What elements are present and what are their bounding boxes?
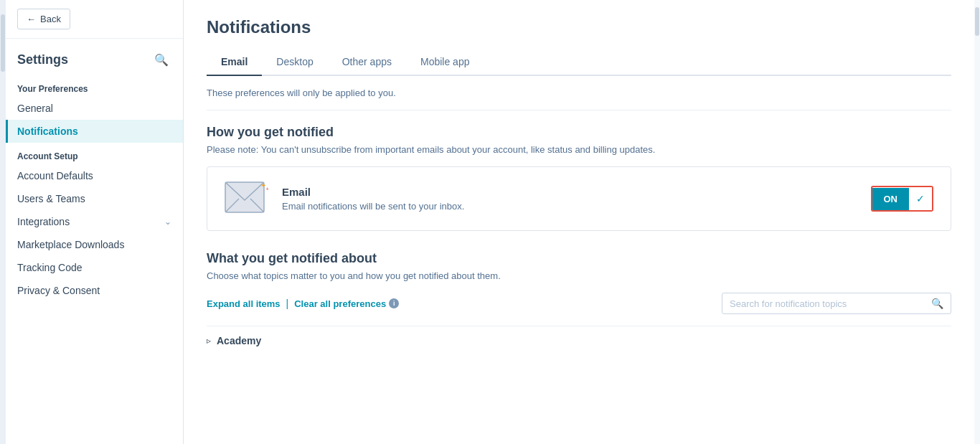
info-icon[interactable]: i [389,298,399,308]
left-scrollbar-thumb[interactable] [1,14,5,72]
sidebar-search-icon: 🔍 [154,54,169,66]
topic-item-academy[interactable]: ▹ Academy [207,326,951,355]
toggle-on-button[interactable]: ON [872,188,910,210]
sidebar-item-integrations[interactable]: Integrations ⌄ [6,210,183,233]
tab-other-apps[interactable]: Other apps [328,49,406,76]
how-notified-title: How you get notified [207,125,951,140]
what-notified-desc: Choose what topics matter to you and how… [207,270,951,281]
email-card-desc: Email notifications will be sent to your… [282,201,857,212]
sidebar-back-section: ← Back [6,0,183,39]
sidebar-item-privacy[interactable]: Privacy & Consent [6,279,183,302]
email-info: Email Email notifications will be sent t… [282,186,857,212]
sidebar-item-tracking-code[interactable]: Tracking Code [6,256,183,279]
sidebar-header: Settings 🔍 [6,39,183,75]
topic-academy-label: Academy [217,335,261,346]
sidebar: ← Back Settings 🔍 Your Preferences Gener… [6,0,184,444]
main-content: Notifications Email Desktop Other apps M… [184,0,974,444]
left-scrollbar[interactable] [0,0,6,444]
tab-desktop[interactable]: Desktop [262,49,327,76]
sidebar-item-users-teams[interactable]: Users & Teams [6,187,183,210]
notification-search-input[interactable] [730,298,925,309]
sidebar-item-general[interactable]: General [6,97,183,120]
clear-label: Clear all preferences [294,298,386,309]
envelope-container: ✦ + [225,181,268,216]
sidebar-section-your-preferences: Your Preferences [6,75,183,97]
search-icon: 🔍 [931,298,943,309]
divider-pipe: | [286,298,289,309]
notified-controls: Expand all items | Clear all preferences… [207,293,951,314]
clear-preferences-link[interactable]: Clear all preferences i [294,298,399,309]
sidebar-title: Settings [17,52,68,67]
content-area: Notifications Email Desktop Other apps M… [184,0,974,444]
toggle-container[interactable]: ON ✓ [871,186,934,212]
back-arrow-icon: ← [27,14,36,24]
sidebar-item-account-defaults-label: Account Defaults [17,170,93,181]
right-scrollbar[interactable] [974,0,980,444]
sidebar-search-button[interactable]: 🔍 [151,50,171,70]
how-notified-desc: Please note: You can't unsubscribe from … [207,144,951,155]
sidebar-item-notifications-label: Notifications [17,126,78,137]
sidebar-item-general-label: General [17,103,53,114]
search-bar: 🔍 [722,293,951,314]
expand-all-link[interactable]: Expand all items [207,298,281,309]
sidebar-item-users-teams-label: Users & Teams [17,193,85,204]
sidebar-item-marketplace-label: Marketplace Downloads [17,239,124,250]
email-card-title: Email [282,186,857,198]
sparkle-icon-2: + [265,186,269,192]
right-scrollbar-thumb[interactable] [975,7,979,36]
back-label: Back [40,14,61,24]
tab-mobile-app[interactable]: Mobile app [406,49,484,76]
what-notified-section: What you get notified about Choose what … [207,251,951,355]
preferences-note: These preferences will only be applied t… [207,88,951,110]
sidebar-item-account-defaults[interactable]: Account Defaults [6,164,183,187]
checkmark-icon: ✓ [916,193,925,204]
envelope-icon [225,181,265,213]
chevron-down-icon: ⌄ [164,217,171,227]
sidebar-section-account-setup: Account Setup [6,143,183,164]
sidebar-item-privacy-label: Privacy & Consent [17,285,100,296]
notified-actions: Expand all items | Clear all preferences… [207,298,399,309]
tabs-bar: Email Desktop Other apps Mobile app [207,49,951,76]
page-title: Notifications [207,17,951,37]
what-notified-title: What you get notified about [207,251,951,266]
back-button[interactable]: ← Back [17,9,70,29]
sidebar-item-marketplace-downloads[interactable]: Marketplace Downloads [6,233,183,256]
sidebar-item-tracking-code-label: Tracking Code [17,262,83,273]
tab-email[interactable]: Email [207,49,262,76]
topic-chevron-icon: ▹ [207,336,211,346]
sidebar-item-notifications[interactable]: Notifications [6,120,183,143]
toggle-check-button[interactable]: ✓ [909,187,932,210]
sidebar-item-integrations-label: Integrations [17,216,70,227]
svg-rect-0 [225,182,264,212]
email-card: ✦ + Email Email notifications will be se… [207,166,951,231]
